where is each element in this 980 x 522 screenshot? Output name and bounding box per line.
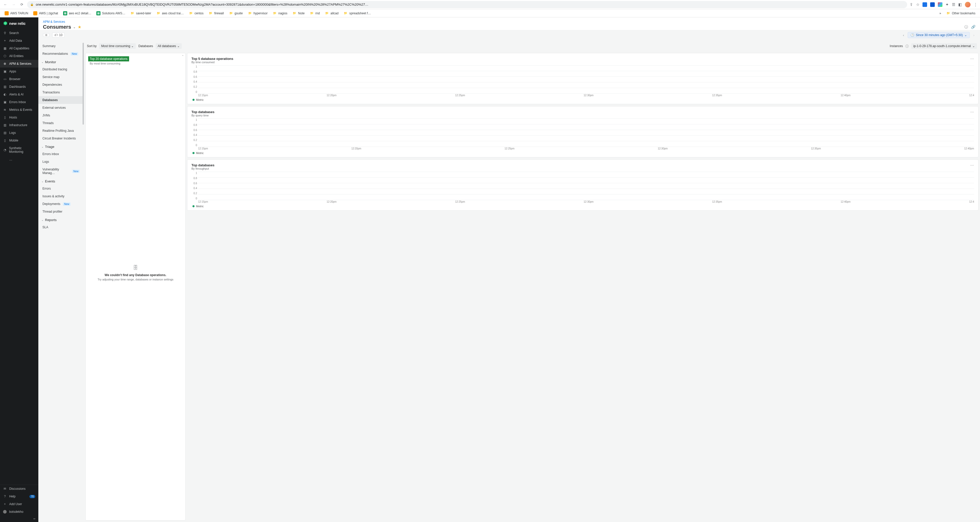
primary-nav-item[interactable]: ▯Hosts [0, 113, 38, 121]
secondary-nav-item[interactable]: Vulnerability Manag…New [38, 166, 84, 177]
help-icon[interactable]: ⓘ [964, 25, 968, 29]
share-icon[interactable]: ⇪ [910, 2, 913, 7]
forward-button[interactable]: → [11, 2, 16, 7]
secondary-nav-item[interactable]: Summary [38, 42, 84, 50]
time-prev-button[interactable]: ‹ [902, 32, 905, 38]
primary-nav-item[interactable]: ▣Apps [0, 67, 38, 75]
entity-switcher-icon[interactable]: ⌄ [73, 26, 76, 29]
secondary-nav-group[interactable]: ⌄Reports [38, 216, 84, 223]
secondary-nav-group[interactable]: ⌄Events [38, 177, 84, 185]
time-next-button[interactable]: › [972, 32, 975, 38]
bookmark-item[interactable]: 📁nagios [271, 10, 290, 16]
secondary-nav-item[interactable]: Errors inbox [38, 150, 84, 158]
reload-button[interactable]: ⟳ [19, 2, 25, 7]
extension-icon[interactable] [930, 2, 935, 7]
primary-nav-item[interactable]: +Add Data [0, 37, 38, 45]
bookmark-item[interactable]: 📁Note [290, 10, 307, 16]
secondary-nav-item[interactable]: Thread profiler [38, 208, 84, 216]
tags-pill[interactable]: 🏷 10 [52, 32, 65, 38]
secondary-nav-group[interactable]: ⌄Triage [38, 142, 84, 150]
back-button[interactable]: ← [3, 2, 8, 7]
primary-nav-item[interactable]: ▦All Capabilities [0, 45, 38, 52]
bookmark-item[interactable]: 📁aws cloud trai… [154, 10, 186, 16]
favorite-star-icon[interactable]: ★ [78, 25, 81, 29]
reading-list-icon[interactable]: ☰ [952, 2, 955, 7]
secondary-nav-item[interactable]: JVMs [38, 112, 84, 119]
primary-nav-item[interactable]: ⊕APM & Services [0, 60, 38, 67]
primary-nav-item[interactable]: ◐Alerts & AI [0, 91, 38, 98]
bookmark-item[interactable]: 📁rnd [308, 10, 322, 16]
primary-nav-item[interactable]: ▥Dashboards [0, 83, 38, 91]
primary-nav-item[interactable]: ◔Synthetic Monitoring [0, 144, 38, 156]
primary-nav-item[interactable]: ✉Discussions [0, 485, 38, 493]
primary-nav-item[interactable]: ▯Mobile [0, 137, 38, 144]
secondary-nav-group[interactable]: ⌄Monitor [38, 57, 84, 65]
selected-operation[interactable]: Top 20 database operations By most time … [88, 56, 183, 65]
secondary-nav-item[interactable]: Realtime Profiling Java [38, 127, 84, 135]
other-bookmarks[interactable]: 📁Other bookmarks [944, 10, 977, 16]
bookmark-item[interactable]: 📁spreadsheet f… [342, 10, 373, 16]
chart-menu-icon[interactable]: ⋯ [970, 57, 974, 61]
status-indicator[interactable] [43, 33, 49, 37]
primary-nav-item[interactable]: ≋Metrics & Events [0, 106, 38, 113]
menu-icon[interactable]: ⋮ [974, 2, 977, 7]
bookmark-item[interactable]: 📁centos [187, 10, 205, 16]
secondary-sidebar[interactable]: SummaryRecommendationsNew⌄MonitorDistrib… [38, 41, 84, 522]
info-icon[interactable]: i [905, 45, 909, 48]
primary-nav-item[interactable]: ▭Browser [0, 75, 38, 83]
databases-dropdown[interactable]: All databases ⌄ [156, 43, 182, 49]
primary-nav-item[interactable]: ⚲Search [0, 29, 38, 37]
primary-nav-item[interactable]: ▥Infrastructure [0, 121, 38, 129]
bookmark-item[interactable]: AWS TARUN [3, 10, 30, 16]
chart-menu-icon[interactable]: ⋯ [970, 110, 974, 114]
secondary-nav-item[interactable]: Databases [38, 96, 84, 104]
profile-avatar[interactable] [965, 2, 970, 7]
side-panel-icon[interactable]: ◧ [958, 2, 962, 7]
scrollbar[interactable] [82, 41, 84, 522]
time-range-picker[interactable]: 🕒 Since 30 minutes ago (GMT+5:30) ⌄ [908, 32, 970, 38]
instances-dropdown[interactable]: ip-1-0-29-178.ap-south-1.compute.interna… [911, 43, 977, 49]
address-bar[interactable]: 🔒 one.newrelic.com/nr1-core/apm-features… [27, 1, 907, 8]
secondary-nav-item[interactable]: SLA [38, 223, 84, 231]
secondary-nav-item[interactable]: RecommendationsNew [38, 50, 84, 57]
extensions-icon[interactable]: ✦ [945, 2, 949, 7]
extension-icon[interactable] [938, 2, 942, 7]
chart-menu-icon[interactable]: ⋯ [970, 163, 974, 168]
panel-collapse-icon[interactable]: ⌃ [182, 55, 184, 57]
secondary-nav-item[interactable]: Errors [38, 185, 84, 192]
link-icon[interactable]: 🔗 [971, 25, 975, 29]
primary-nav-item[interactable]: ▣Errors Inbox [0, 98, 38, 106]
bookmark-item[interactable]: 📁hypervisor [246, 10, 270, 16]
secondary-nav-item[interactable]: External services [38, 104, 84, 112]
bookmark-item[interactable]: 📁saved-later [128, 10, 153, 16]
secondary-nav-item[interactable]: Transactions [38, 89, 84, 96]
secondary-nav-item[interactable]: DeploymentsNew [38, 200, 84, 208]
sidebar-collapse-button[interactable]: ⇤ [31, 516, 38, 522]
bookmark-item[interactable]: ▦aws ec2 detail… [61, 10, 93, 16]
primary-nav-item[interactable]: ⬡All Entities [0, 52, 38, 60]
primary-nav-item[interactable]: +Add User [0, 500, 38, 508]
scrollbar-thumb[interactable] [83, 43, 84, 125]
bookmarks-overflow-icon[interactable]: » [937, 11, 943, 15]
bookmark-item[interactable]: 📁firewall [207, 10, 226, 16]
primary-nav-item[interactable]: ?Help70 [0, 493, 38, 500]
logo[interactable]: new relic [0, 18, 38, 29]
bookmark-item[interactable]: 📁allcad [323, 10, 340, 16]
extension-icon[interactable] [923, 2, 927, 7]
bookmark-item[interactable]: AWS | zigchat [31, 10, 60, 16]
bookmark-item[interactable]: ▦Solutions AWS… [94, 10, 127, 16]
primary-nav-item[interactable]: … [0, 156, 38, 163]
star-icon[interactable]: ☆ [916, 2, 920, 7]
secondary-nav-item[interactable]: Distributed tracing [38, 65, 84, 73]
breadcrumb[interactable]: APM & Services [43, 20, 975, 24]
secondary-nav-item[interactable]: Threads [38, 119, 84, 127]
secondary-nav-item[interactable]: Service map [38, 73, 84, 81]
secondary-nav-item[interactable]: Logs [38, 158, 84, 166]
sort-by-dropdown[interactable]: Most time consuming ⌄ [99, 43, 136, 49]
primary-nav-item[interactable]: botsdekho [0, 508, 38, 516]
bookmark-item[interactable]: 📁gsuite [227, 10, 245, 16]
secondary-nav-item[interactable]: Dependencies [38, 81, 84, 89]
secondary-nav-item[interactable]: Issues & activity [38, 192, 84, 200]
secondary-nav-item[interactable]: Circuit Breaker Incidents [38, 135, 84, 142]
primary-nav-item[interactable]: ▤Logs [0, 129, 38, 137]
